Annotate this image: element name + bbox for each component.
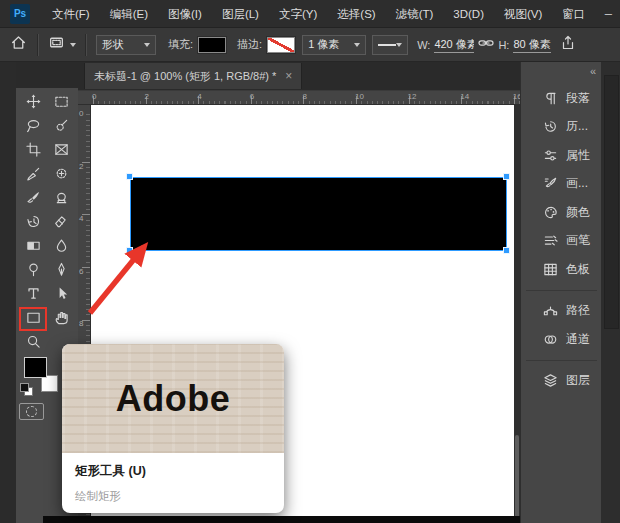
foreground-color-swatch[interactable] <box>24 357 47 378</box>
dodge-tool[interactable] <box>19 259 47 283</box>
menu-bar: 文件(F)编辑(E)图像(I)图层(L)文字(Y)选择(S)滤镜(T)3D(D)… <box>42 0 595 28</box>
zoom-tool[interactable] <box>19 331 47 355</box>
marquee-icon <box>54 94 69 113</box>
gradient-tool[interactable] <box>19 235 47 259</box>
panel-tab-label: 路径 <box>566 302 590 319</box>
tab-close-icon[interactable]: × <box>285 70 292 82</box>
rectangle-tool[interactable] <box>19 307 47 331</box>
chevron-down-icon <box>144 43 150 47</box>
rectangular-marquee-tool[interactable] <box>47 91 75 115</box>
panel-tab-label: 通道 <box>566 331 590 348</box>
menu-item[interactable]: 视图(V) <box>494 0 552 28</box>
menu-item[interactable]: 文字(Y) <box>269 0 327 28</box>
selection-handle[interactable] <box>503 173 510 180</box>
panel-divider <box>526 360 597 361</box>
tooltip-preview-image: Adobe <box>62 344 284 453</box>
tool-preset-picker[interactable] <box>48 34 76 55</box>
collapse-panel-icon[interactable]: « <box>590 66 596 76</box>
shape-layer-rectangle[interactable] <box>130 177 507 251</box>
lasso-tool[interactable] <box>19 115 47 139</box>
default-colors-icon[interactable] <box>20 383 33 396</box>
quick-selection-tool[interactable] <box>47 115 75 139</box>
hand-tool[interactable] <box>47 307 75 331</box>
ruler-number: 0 <box>79 109 83 118</box>
path-selection-tool[interactable] <box>47 283 75 307</box>
scrollbar-thumb[interactable] <box>515 435 519 523</box>
collapsed-panel-strip <box>601 62 620 523</box>
type-tool[interactable] <box>19 283 47 307</box>
clone-stamp-tool[interactable] <box>47 187 75 211</box>
annotation-arrow <box>78 230 173 330</box>
gradient-icon <box>26 238 41 257</box>
ruler-number: 2 <box>145 92 149 101</box>
panel-tab-channels[interactable]: 通道 <box>521 325 602 354</box>
panel-tab-label: 段落 <box>566 90 590 107</box>
ruler-number: 14 <box>460 92 469 101</box>
home-icon[interactable] <box>10 34 27 55</box>
dodge-icon <box>26 262 41 281</box>
export-icon[interactable] <box>560 35 576 55</box>
menu-item[interactable]: 选择(S) <box>327 0 385 28</box>
divider <box>37 34 39 56</box>
stroke-color-swatch[interactable] <box>267 37 295 53</box>
ruler-number: 0 <box>92 92 96 101</box>
pen-tool[interactable] <box>47 259 75 283</box>
eyedropper-tool[interactable] <box>19 163 47 187</box>
ruler-number: 12 <box>408 92 417 101</box>
brush-tool[interactable] <box>19 187 47 211</box>
menu-item[interactable]: 图像(I) <box>158 0 212 28</box>
panel-tab-paths[interactable]: 路径 <box>521 297 602 326</box>
menu-item[interactable]: 图层(L) <box>212 0 269 28</box>
panel-tab-history[interactable]: 历... <box>521 113 602 142</box>
options-bar: 形状 填充: 描边: 1 像素 W: 420 像素 H: 80 像素 <box>0 28 620 62</box>
properties-icon <box>542 148 559 163</box>
eraser-tool[interactable] <box>47 211 75 235</box>
panel-tab-swatches[interactable]: 色板 <box>521 255 602 284</box>
width-input[interactable]: 420 像素 <box>434 37 474 53</box>
move-tool[interactable] <box>19 91 47 115</box>
panel-tab-label: 属性 <box>566 147 590 164</box>
stroke-width-select[interactable]: 1 像素 <box>302 35 366 55</box>
eyedropper-icon <box>26 166 41 185</box>
title-bar: Ps 文件(F)编辑(E)图像(I)图层(L)文字(Y)选择(S)滤镜(T)3D… <box>0 0 620 28</box>
panel-tab-brushes[interactable]: 画笔 <box>521 227 602 256</box>
rectangle-icon <box>26 310 41 329</box>
selection-handle[interactable] <box>503 247 510 254</box>
panel-tab-paragraph[interactable]: 段落 <box>521 84 602 113</box>
window-controls: – × <box>595 4 620 24</box>
document-tab[interactable]: 未标题-1 @ 100% (矩形 1, RGB/8#) * × <box>84 63 302 89</box>
quick-mask-icon[interactable] <box>19 403 44 420</box>
menu-item[interactable]: 窗口 <box>552 0 595 28</box>
layers-icon <box>542 373 559 388</box>
history-brush-icon <box>26 214 41 233</box>
height-input[interactable]: 80 像素 <box>513 37 550 53</box>
spot-healing-brush-tool[interactable] <box>47 163 75 187</box>
panel-tab-brush-settings[interactable]: 画... <box>521 170 602 199</box>
lasso-icon <box>26 118 41 137</box>
paths-icon <box>542 303 559 318</box>
frame-tool[interactable] <box>47 139 75 163</box>
panel-tab-list: 段落历...属性画...颜色画笔色板路径通道图层 <box>521 84 602 395</box>
panel-tab-label: 颜色 <box>566 204 590 221</box>
move-icon <box>26 94 41 113</box>
shape-mode-select[interactable]: 形状 <box>96 35 156 55</box>
menu-item[interactable]: 滤镜(T) <box>386 0 444 28</box>
selection-handle[interactable] <box>126 173 133 180</box>
menu-item[interactable]: 文件(F) <box>42 0 100 28</box>
tool-preset-icon <box>48 34 65 55</box>
panel-divider <box>526 290 597 291</box>
brush-settings-icon <box>542 176 559 191</box>
menu-item[interactable]: 3D(D) <box>443 0 494 28</box>
blur-tool[interactable] <box>47 235 75 259</box>
panel-tab-layers[interactable]: 图层 <box>521 367 602 396</box>
crop-tool[interactable] <box>19 139 47 163</box>
panel-tab-properties[interactable]: 属性 <box>521 141 602 170</box>
fill-color-swatch[interactable] <box>198 37 226 53</box>
stroke-style-select[interactable] <box>372 35 408 55</box>
panel-tab-color[interactable]: 颜色 <box>521 198 602 227</box>
menu-item[interactable]: 编辑(E) <box>100 0 158 28</box>
history-brush-tool[interactable] <box>19 211 47 235</box>
minimize-icon[interactable]: – <box>595 4 620 24</box>
height-label: H: <box>498 39 509 51</box>
link-dimensions-icon[interactable] <box>478 35 494 55</box>
